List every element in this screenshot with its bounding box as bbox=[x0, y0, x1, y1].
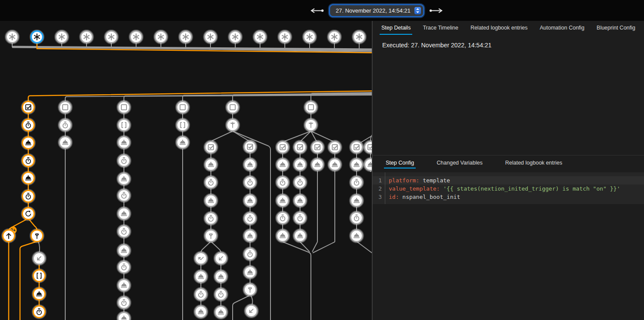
service-call-node[interactable] bbox=[364, 158, 372, 171]
delay-timer-node[interactable] bbox=[117, 296, 130, 309]
delay-timer-node[interactable] bbox=[293, 175, 307, 189]
service-call-node[interactable] bbox=[243, 229, 257, 242]
service-call-node[interactable] bbox=[194, 270, 207, 283]
delay-timer-node[interactable] bbox=[350, 211, 363, 224]
service-call-node[interactable] bbox=[328, 158, 341, 171]
condition-checked-node[interactable] bbox=[293, 140, 307, 154]
service-call-node[interactable] bbox=[350, 229, 363, 242]
service-call-node[interactable] bbox=[350, 158, 363, 171]
service-call-node[interactable] bbox=[204, 194, 217, 207]
delay-timer-node[interactable] bbox=[194, 287, 207, 301]
service-call-node[interactable] bbox=[310, 158, 324, 171]
delay-timer-node[interactable] bbox=[276, 175, 289, 189]
condition-checked-node[interactable] bbox=[276, 140, 289, 154]
condition-unchecked-node[interactable] bbox=[226, 100, 239, 114]
tab-step-config[interactable]: Step Config bbox=[384, 157, 416, 168]
condition-unchecked-node[interactable] bbox=[176, 100, 189, 114]
condition-unchecked-node[interactable] bbox=[58, 100, 72, 114]
tab-blueprint-config[interactable]: Blueprint Config bbox=[595, 21, 637, 35]
arrow-bottom-left-node[interactable] bbox=[214, 251, 227, 265]
tab-step-details[interactable]: Step Details bbox=[380, 21, 412, 35]
delay-timer-node[interactable] bbox=[204, 175, 217, 189]
choose-decision-node[interactable] bbox=[304, 118, 317, 132]
service-call-node[interactable] bbox=[117, 207, 130, 220]
asterisk-trigger-node[interactable] bbox=[129, 30, 143, 43]
call-split-node[interactable] bbox=[204, 229, 217, 242]
run-datetime-select[interactable]: 27. November 2022, 14:54:21 bbox=[330, 5, 423, 16]
asterisk-trigger-node[interactable] bbox=[352, 30, 366, 43]
delay-timer-node[interactable] bbox=[117, 224, 130, 238]
asterisk-trigger-node[interactable] bbox=[278, 30, 291, 43]
service-call-node[interactable] bbox=[32, 287, 46, 300]
code-brackets-node[interactable] bbox=[176, 118, 189, 132]
service-call-node[interactable] bbox=[243, 194, 257, 207]
asterisk-trigger-node[interactable] bbox=[30, 30, 43, 43]
service-call-node[interactable] bbox=[276, 229, 289, 242]
delay-timer-node[interactable] bbox=[214, 287, 227, 301]
service-call-node[interactable] bbox=[117, 135, 130, 149]
service-call-node[interactable] bbox=[293, 194, 307, 207]
condition-checked-node[interactable] bbox=[328, 140, 341, 154]
choose-decision-node[interactable] bbox=[226, 118, 239, 132]
service-call-node[interactable] bbox=[276, 194, 289, 207]
service-call-node[interactable] bbox=[350, 194, 363, 207]
service-call-node[interactable] bbox=[58, 135, 72, 149]
next-run-arrow-icon[interactable] bbox=[429, 8, 444, 13]
asterisk-trigger-node[interactable] bbox=[253, 30, 267, 43]
service-call-node[interactable] bbox=[117, 311, 130, 320]
tab-config-related-logbook-entries[interactable]: Related logbook entries bbox=[504, 157, 564, 168]
delay-timer-node[interactable] bbox=[21, 189, 35, 203]
delay-timer-node[interactable] bbox=[58, 118, 72, 132]
service-call-node[interactable] bbox=[204, 158, 217, 171]
call-split-node[interactable] bbox=[243, 283, 257, 296]
previous-run-arrow-icon[interactable] bbox=[310, 8, 324, 13]
service-call-node[interactable] bbox=[176, 135, 189, 149]
asterisk-trigger-node[interactable] bbox=[303, 30, 316, 43]
asterisk-trigger-node[interactable] bbox=[327, 30, 341, 43]
service-call-node[interactable] bbox=[214, 305, 227, 319]
service-call-node[interactable] bbox=[214, 270, 227, 283]
service-call-node[interactable] bbox=[117, 172, 130, 185]
call-missed-node[interactable] bbox=[194, 251, 207, 265]
service-call-node[interactable] bbox=[276, 158, 289, 171]
arrow-bottom-left-node[interactable] bbox=[32, 251, 46, 265]
delay-timer-node[interactable] bbox=[21, 154, 35, 167]
delay-timer-node[interactable] bbox=[117, 154, 130, 167]
arrow-bottom-left-node[interactable] bbox=[244, 304, 258, 317]
service-call-node[interactable] bbox=[243, 265, 257, 279]
condition-checked-node[interactable] bbox=[243, 140, 257, 153]
arrow-up-node[interactable]: 9+ bbox=[2, 227, 17, 243]
code-brackets-node[interactable] bbox=[117, 118, 130, 132]
delay-timer-node[interactable] bbox=[117, 188, 130, 202]
asterisk-trigger-node[interactable] bbox=[154, 30, 167, 43]
delay-timer-node[interactable] bbox=[21, 118, 35, 132]
delay-timer-node[interactable] bbox=[204, 211, 217, 225]
condition-unchecked-node[interactable] bbox=[117, 100, 130, 114]
asterisk-trigger-node[interactable] bbox=[55, 30, 68, 43]
repeat-node[interactable] bbox=[21, 207, 35, 220]
asterisk-trigger-node[interactable] bbox=[5, 30, 19, 43]
service-call-node[interactable] bbox=[293, 158, 307, 171]
delay-timer-node[interactable] bbox=[243, 211, 257, 225]
delay-timer-node[interactable] bbox=[32, 305, 46, 318]
service-call-node[interactable] bbox=[243, 158, 257, 171]
delay-timer-node[interactable] bbox=[117, 260, 130, 274]
asterisk-trigger-node[interactable] bbox=[204, 30, 217, 43]
condition-checked-node[interactable] bbox=[204, 140, 217, 154]
service-call-node[interactable] bbox=[194, 305, 207, 318]
service-call-node[interactable] bbox=[21, 136, 35, 149]
code-brackets-node[interactable] bbox=[32, 269, 46, 282]
tab-changed-variables[interactable]: Changed Variables bbox=[435, 157, 484, 168]
service-call-node[interactable] bbox=[21, 171, 35, 185]
asterisk-trigger-node[interactable] bbox=[228, 30, 242, 43]
condition-checked-node[interactable] bbox=[21, 100, 35, 114]
delay-timer-node[interactable] bbox=[243, 175, 257, 189]
condition-checked-node[interactable] bbox=[350, 140, 363, 154]
tab-trace-timeline[interactable]: Trace Timeline bbox=[421, 21, 460, 35]
delay-timer-node[interactable] bbox=[243, 247, 257, 261]
asterisk-trigger-node[interactable] bbox=[104, 30, 118, 43]
tab-automation-config[interactable]: Automation Config bbox=[538, 21, 586, 35]
condition-checked-node[interactable] bbox=[364, 140, 372, 154]
asterisk-trigger-node[interactable] bbox=[179, 30, 192, 43]
delay-timer-node[interactable] bbox=[276, 211, 289, 224]
